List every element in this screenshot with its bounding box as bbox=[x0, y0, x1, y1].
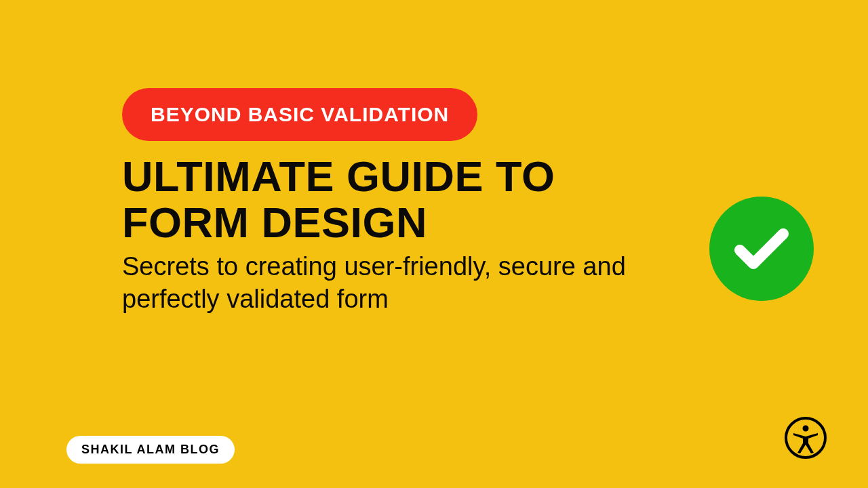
kicker-pill: BEYOND BASIC VALIDATION bbox=[122, 88, 477, 141]
accessibility-icon bbox=[784, 416, 827, 462]
hero-subtitle: Secrets to creating user-friendly, secur… bbox=[122, 251, 651, 315]
hero-content: BEYOND BASIC VALIDATION ULTIMATE GUIDE T… bbox=[122, 88, 651, 315]
checkmark-icon bbox=[729, 215, 794, 283]
svg-point-1 bbox=[803, 426, 809, 432]
author-chip: SHAKIL ALAM BLOG bbox=[66, 436, 235, 464]
check-badge bbox=[709, 197, 814, 301]
accessibility-button[interactable] bbox=[784, 418, 827, 461]
hero-title: ULTIMATE GUIDE TO FORM DESIGN bbox=[122, 153, 651, 245]
